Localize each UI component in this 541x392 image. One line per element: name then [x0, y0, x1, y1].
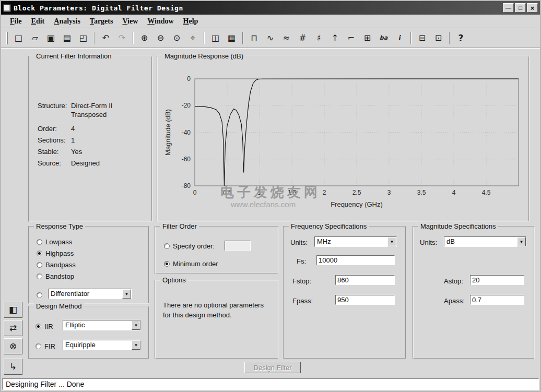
realize-model-button[interactable]: ⊟ [415, 31, 429, 45]
transform-filter-icon: ⇄ [9, 323, 17, 334]
transform-filter-button[interactable]: ⇄ [4, 320, 22, 336]
apass-input[interactable] [470, 295, 524, 305]
radio-circle-checked [37, 251, 42, 256]
titlebar[interactable]: Block Parameters: Digital Filter Design … [1, 1, 540, 15]
menubar: FileEditAnalysisTargetsViewWindowHelp [1, 15, 540, 28]
radio-bandpass[interactable]: Bandpass [37, 260, 76, 269]
magnitude-units-dropdown[interactable]: dB [444, 236, 526, 247]
fpass-label: Fpass: [292, 297, 313, 305]
radio-highpass[interactable]: Highpass [37, 249, 74, 257]
radio-lowpass[interactable]: Lowpass [37, 237, 72, 246]
fpass-input[interactable] [335, 295, 395, 305]
menu-analysis[interactable]: Analysis [49, 16, 85, 27]
svg-text:-80: -80 [182, 182, 191, 189]
radio-bandstop[interactable]: Bandstop [37, 272, 74, 280]
toolbar-separator [242, 32, 243, 44]
chevron-down-icon[interactable] [387, 237, 396, 246]
copy-figure-button[interactable]: ◫ [208, 31, 222, 45]
print-button[interactable]: ▤ [60, 31, 74, 45]
fstop-input[interactable] [335, 275, 395, 285]
set-quantization-button[interactable]: ◧ [4, 302, 22, 318]
step-response-button[interactable]: ⌐ [344, 31, 358, 45]
chevron-down-icon[interactable] [132, 320, 140, 330]
structure-row-2: Transposed [71, 111, 107, 118]
group-delay-button[interactable]: # [296, 31, 310, 45]
radio-iir[interactable]: IIR [36, 322, 53, 330]
minimize-button[interactable]: — [503, 3, 514, 13]
status-bar: Designing Filter ... Done [2, 378, 539, 390]
magnitude-specifications-group: Magnitude Specifications Units: dB Astop… [413, 226, 535, 359]
pole-zero-editor-button[interactable]: ⊗ [4, 338, 22, 354]
filter-coefficients-button[interactable]: ba [377, 31, 391, 45]
chevron-down-icon[interactable] [132, 340, 140, 350]
svg-text:4: 4 [452, 189, 456, 196]
toolbar: □▱▣▤◰↶↷⊕⊖⊙⌖◫▦⊓∿≈#♯↑⌐⊞bai⊟⊡? [1, 28, 540, 48]
watermark-url: www.elecfans.com [231, 200, 296, 209]
radio-circle [37, 292, 42, 298]
whats-this-help-button[interactable]: ? [454, 31, 468, 45]
radio-fir[interactable]: FIR [36, 342, 55, 350]
phase-delay-button[interactable]: ♯ [312, 31, 326, 45]
redo-button[interactable]: ↷ [115, 31, 129, 45]
group-title: Filter Order [160, 222, 199, 230]
chevron-down-icon[interactable] [517, 237, 526, 246]
toolbar-grip[interactable] [6, 32, 8, 44]
stable-row: Stable:Yes [38, 148, 82, 156]
full-view-button[interactable]: ⌖ [186, 31, 200, 45]
svg-text:Magnitude (dB): Magnitude (dB) [164, 109, 172, 156]
menu-file[interactable]: File [5, 16, 27, 27]
design-filter-button[interactable]: Design Filter [244, 362, 301, 373]
toolbar-separator [204, 32, 205, 44]
menu-window[interactable]: Window [143, 16, 178, 27]
sos-scaling-button[interactable]: ⊡ [431, 31, 445, 45]
fir-method-dropdown[interactable]: Equiripple [63, 340, 141, 350]
close-button[interactable]: × [527, 3, 538, 13]
toolbar-separator [133, 32, 134, 44]
differentiator-dropdown[interactable]: Differentiator [48, 289, 132, 299]
radio-differentiator[interactable] [37, 291, 42, 299]
radio-minimum-order[interactable]: Minimum order [164, 259, 218, 268]
frequency-specifications-group: Frequency Specifications Units: MHz Fs: … [283, 226, 406, 359]
svg-text:3: 3 [387, 189, 391, 196]
open-file-button[interactable]: ▱ [28, 31, 42, 45]
menu-edit[interactable]: Edit [27, 16, 50, 27]
status-text: Designing Filter ... Done [6, 380, 84, 388]
import-filter-button[interactable]: ↳ [4, 359, 22, 375]
zoom-in-button[interactable]: ⊕ [137, 31, 151, 45]
group-title: Design Method [34, 302, 84, 310]
radio-circle [164, 243, 170, 249]
minimize-icon: — [505, 5, 511, 11]
magnitude-response-plot[interactable]: 00.511.522.533.544.50-20-40-60-80Frequen… [161, 63, 526, 220]
save-button[interactable]: ▣ [44, 31, 58, 45]
radio-circle [37, 239, 42, 245]
undo-button[interactable]: ↶ [99, 31, 113, 45]
specify-order-input[interactable] [225, 241, 251, 251]
structure-row: Structure:Direct-Form II [38, 102, 112, 110]
menu-view[interactable]: View [117, 16, 143, 27]
menu-help[interactable]: Help [179, 16, 203, 27]
pole-zero-plot-button[interactable]: ⊞ [360, 31, 374, 45]
order-row: Order:4 [38, 125, 75, 133]
fda-link-button[interactable]: ▦ [225, 31, 239, 45]
phase-response-button[interactable]: ∿ [263, 31, 277, 45]
chevron-down-icon[interactable] [122, 289, 131, 299]
print-preview-button[interactable]: ◰ [76, 31, 90, 45]
restore-button[interactable]: □ [515, 3, 526, 13]
window-title: Block Parameters: Digital Filter Design [14, 4, 183, 12]
zoom-default-button[interactable]: ⊙ [170, 31, 184, 45]
fs-input[interactable] [316, 255, 395, 265]
iir-method-dropdown[interactable]: Elliptic [63, 320, 141, 330]
filter-info-button[interactable]: i [393, 31, 407, 45]
import-filter-icon: ↳ [9, 361, 17, 372]
mag-phase-response-button[interactable]: ≈ [279, 31, 293, 45]
zoom-out-button[interactable]: ⊖ [154, 31, 168, 45]
new-file-button[interactable]: □ [11, 31, 26, 45]
menu-targets[interactable]: Targets [85, 16, 118, 27]
impulse-response-button[interactable]: ↑ [328, 31, 342, 45]
magnitude-response-button[interactable]: ⊓ [247, 31, 261, 45]
frequency-units-dropdown[interactable]: MHz [314, 236, 397, 247]
astop-input[interactable] [470, 275, 524, 285]
radio-circle [36, 343, 41, 349]
group-title: Magnitude Specifications [418, 222, 498, 230]
radio-specify-order[interactable]: Specify order: [164, 242, 215, 250]
